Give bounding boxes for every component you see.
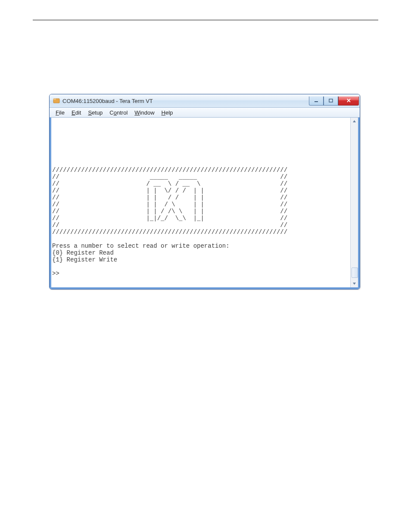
client-area: ////////////////////////////////////////… (50, 118, 360, 289)
window-controls: ✕ (309, 96, 359, 106)
menu-help[interactable]: Help (158, 109, 177, 116)
app-icon (53, 97, 60, 104)
scroll-down-button[interactable] (351, 280, 358, 287)
minimize-button[interactable] (309, 96, 324, 106)
page-divider (33, 20, 378, 20)
terminal-window: COM46:115200baud - Tera Term VT ✕ File E… (49, 94, 360, 289)
menu-control[interactable]: Control (106, 109, 131, 116)
menu-window[interactable]: Window (131, 109, 158, 116)
maximize-button[interactable] (324, 96, 338, 106)
window-title: COM46:115200baud - Tera Term VT (62, 98, 309, 104)
menu-edit[interactable]: Edit (68, 109, 84, 116)
close-button[interactable]: ✕ (338, 96, 359, 106)
titlebar[interactable]: COM46:115200baud - Tera Term VT ✕ (50, 94, 360, 108)
menubar: File Edit Setup Control Window Help (50, 108, 360, 118)
menu-file[interactable]: File (52, 109, 68, 116)
menu-setup[interactable]: Setup (84, 109, 106, 116)
svg-rect-3 (329, 99, 333, 102)
vertical-scrollbar[interactable] (350, 118, 358, 287)
terminal-output[interactable]: ////////////////////////////////////////… (51, 118, 350, 287)
scroll-thumb[interactable] (352, 268, 358, 278)
svg-rect-1 (53, 99, 56, 100)
scroll-up-button[interactable] (351, 118, 358, 125)
svg-rect-2 (314, 101, 318, 102)
